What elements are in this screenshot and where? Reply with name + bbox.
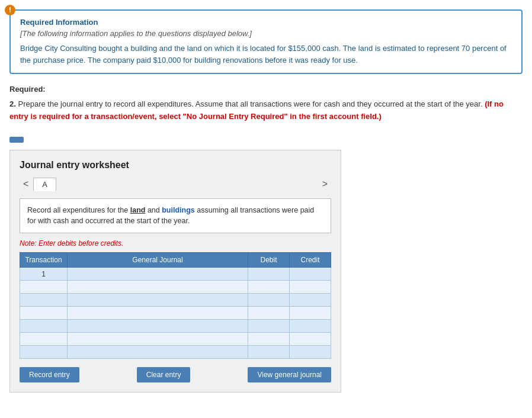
general-journal-cell[interactable] [68,320,248,333]
transaction-cell [20,307,68,320]
view-general-journal-button[interactable]: View general journal [248,367,331,382]
debit-cell[interactable] [248,294,290,307]
debit-input[interactable] [248,320,289,332]
debit-input[interactable] [248,346,289,358]
journal-table: Transaction General Journal Debit Credit… [20,252,331,359]
debit-input[interactable] [248,333,289,345]
tab-next-arrow[interactable]: > [319,179,331,189]
credit-cell[interactable] [290,333,331,346]
general-journal-input[interactable] [68,268,248,280]
info-icon: ! [5,5,15,15]
credit-input[interactable] [290,294,331,306]
record-entry-button[interactable]: Record entry [20,367,79,382]
note-text: Note: Enter debits before credits. [20,239,331,247]
debit-input[interactable] [248,281,289,293]
general-journal-cell[interactable] [68,307,248,320]
debit-input[interactable] [248,268,289,280]
transaction-cell [20,333,68,346]
info-subtitle: [The following information applies to th… [20,29,512,38]
credit-cell[interactable] [290,346,331,359]
general-journal-cell[interactable] [68,281,248,294]
debit-cell[interactable] [248,281,290,294]
credit-cell[interactable] [290,281,331,294]
credit-input[interactable] [290,281,331,293]
debit-cell[interactable] [248,268,290,281]
general-journal-input[interactable] [68,346,248,358]
table-row [20,281,331,294]
info-title: Required Information [20,18,512,27]
table-row [20,320,331,333]
general-journal-input[interactable] [68,320,248,332]
question-text: 2. Prepare the journal entry to record a… [9,98,523,123]
credit-cell[interactable] [290,294,331,307]
view-transaction-button[interactable] [9,137,24,143]
tab-navigation: < A > [20,178,331,191]
transaction-cell [20,346,68,359]
table-row [20,346,331,359]
worksheet-title: Journal entry worksheet [20,160,331,171]
general-journal-input[interactable] [68,294,248,306]
description-box: Record all expenditures for the land and… [20,198,331,234]
col-header-transaction: Transaction [20,253,68,268]
debit-cell[interactable] [248,320,290,333]
col-header-credit: Credit [290,253,331,268]
table-row [20,294,331,307]
debit-cell[interactable] [248,346,290,359]
general-journal-cell[interactable] [68,333,248,346]
general-journal-input[interactable] [68,307,248,319]
button-row: Record entry Clear entry View general jo… [20,367,331,382]
question-number: 2. [9,99,16,108]
credit-input[interactable] [290,307,331,319]
transaction-cell [20,281,68,294]
credit-cell[interactable] [290,268,331,281]
credit-input[interactable] [290,346,331,358]
general-journal-input[interactable] [68,333,248,345]
question-body: Prepare the journal entry to record all … [18,99,482,108]
credit-input[interactable] [290,333,331,345]
worksheet-container: Journal entry worksheet < A > Record all… [9,150,341,393]
debit-input[interactable] [248,307,289,319]
clear-entry-button[interactable]: Clear entry [137,367,191,382]
col-header-general: General Journal [68,253,248,268]
tab-prev-arrow[interactable]: < [20,179,32,189]
table-row [20,333,331,346]
debit-cell[interactable] [248,307,290,320]
col-header-debit: Debit [248,253,290,268]
debit-cell[interactable] [248,333,290,346]
general-journal-cell[interactable] [68,346,248,359]
info-box: ! Required Information [The following in… [9,9,523,74]
info-body: Bridge City Consulting bought a building… [20,43,512,66]
credit-cell[interactable] [290,320,331,333]
transaction-cell [20,320,68,333]
credit-input[interactable] [290,268,331,280]
general-journal-input[interactable] [68,281,248,293]
transaction-cell [20,294,68,307]
required-label: Required: [9,85,523,94]
tab-a[interactable]: A [33,178,56,191]
transaction-cell: 1 [20,268,68,281]
general-journal-cell[interactable] [68,294,248,307]
debit-input[interactable] [248,294,289,306]
credit-input[interactable] [290,320,331,332]
credit-cell[interactable] [290,307,331,320]
general-journal-cell[interactable] [68,268,248,281]
table-row: 1 [20,268,331,281]
table-row [20,307,331,320]
